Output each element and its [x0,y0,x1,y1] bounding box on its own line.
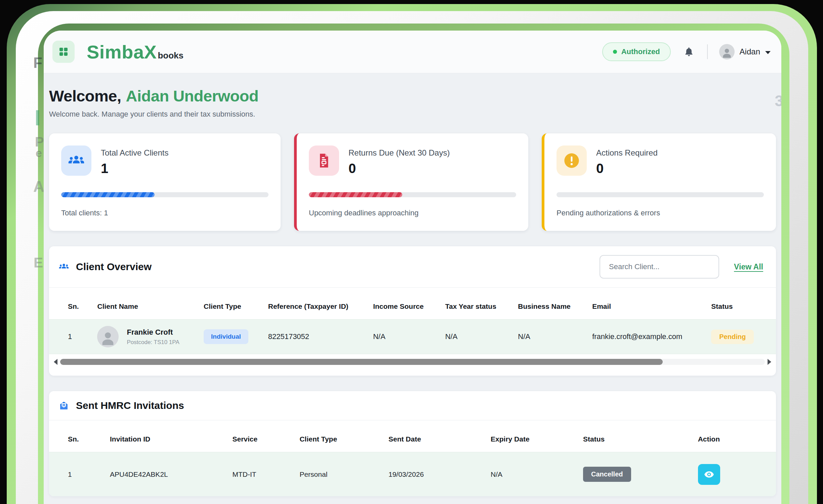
progress-fill [61,192,155,197]
stat-title: Returns Due (Next 30 Days) [348,148,450,158]
authorized-label: Authorized [621,47,660,56]
stat-value: 1 [101,161,168,176]
col-invitation-id: Invitation ID [110,435,233,443]
status-badge: Pending [711,330,754,344]
stat-value: 0 [596,161,658,176]
stat-card-text: Returns Due (Next 30 Days) 0 [348,145,450,176]
client-type-badge: Individual [204,329,248,344]
people-icon [58,261,69,272]
cell-client-type: Individual [204,329,268,344]
client-overview-header: Client Overview View All [49,246,776,288]
cell-client-type: Personal [299,470,388,478]
app-grid-icon[interactable] [52,41,75,63]
user-name: Aidan [740,47,760,56]
avatar [719,44,735,59]
progress-track [309,192,516,197]
logo-suffix: books [158,50,183,61]
authorized-status-badge: Authorized [602,42,671,61]
horizontal-scrollbar [51,358,774,366]
client-overview-title: Client Overview [76,261,152,272]
client-postcode: Postcode: TS10 1PA [127,339,179,346]
notifications-button[interactable] [682,45,696,58]
ghost-text: E [34,255,43,271]
view-all-link[interactable]: View All [734,262,763,271]
client-table-header: Sn. Client Name Client Type Reference (T… [49,288,776,319]
col-service: Service [232,435,299,443]
client-identity: Frankie Croft Postcode: TS10 1PA [127,328,179,346]
cell-business-name: N/A [518,332,592,341]
eye-icon [704,469,714,480]
stat-card-text: Actions Required 0 [596,145,658,176]
header-divider [707,44,708,59]
ghost-text: I [35,106,41,130]
white-frame: F I P e A E 3 SimbaX [16,11,808,504]
stat-card-top: Returns Due (Next 30 Days) 0 [309,145,516,176]
ghost-text: F [33,54,42,71]
cell-email: frankie.croft@example.com [592,332,711,341]
progress-track [557,192,764,197]
scroll-right-arrow-icon[interactable] [768,359,771,365]
col-client-type: Client Type [299,435,388,443]
col-tax-year-status: Tax Year status [445,302,518,310]
hmrc-invitations-header: Sent HMRC Invitations [49,391,776,420]
progress-fill [309,192,402,197]
user-menu[interactable]: Aidan [719,44,771,59]
stat-card-top: Actions Required 0 [557,145,764,176]
col-status: Status [711,302,768,310]
progress-track [61,192,269,197]
ghost-text: e [36,146,42,160]
people-icon [61,145,91,176]
stat-card-actions-required: Actions Required 0 Pending authorization… [542,133,776,231]
page-subtitle: Welcome back. Manage your clients and th… [49,110,776,119]
page-title: Welcome,Aidan Underwood [49,87,776,105]
col-client-name: Client Name [97,302,204,310]
app-logo: SimbaX books [87,41,183,63]
col-income-source: Income Source [373,302,445,310]
cell-sn: 1 [68,332,97,341]
scroll-left-arrow-icon[interactable] [54,359,57,365]
inner-green-frame: F I P e A E 3 SimbaX [38,24,789,504]
hmrc-invitations-title: Sent HMRC Invitations [76,400,184,411]
search-client-input[interactable] [600,255,719,279]
dashboard-page: Welcome,Aidan Underwood Welcome back. Ma… [44,73,781,496]
cell-sent-date: 19/03/2026 [388,470,491,478]
cell-expiry-date: N/A [491,470,583,478]
hmrc-invitations-section: Sent HMRC Invitations Sn. Invitation ID … [49,391,776,496]
status-dot-icon [613,50,617,54]
ghost-text: A [33,177,44,196]
chevron-down-icon [765,51,771,54]
cell-action [698,464,767,485]
invitations-table-header: Sn. Invitation ID Service Client Type Se… [49,420,776,452]
col-reference: Reference (Taxpayer ID) [268,302,373,310]
document-icon [309,145,339,176]
cell-client: Frankie Croft Postcode: TS10 1PA [97,326,204,347]
view-invitation-button[interactable] [698,464,720,485]
stat-caption: Upcoming deadlines approaching [309,209,516,217]
stat-card-total-clients: Total Active Clients 1 Total clients: 1 [49,133,281,231]
cell-status: Cancelled [583,467,698,482]
cell-tax-year-status: N/A [445,332,518,341]
stat-caption: Total clients: 1 [61,209,269,217]
envelope-open-icon [58,400,69,411]
scrollbar-thumb[interactable] [60,359,663,365]
client-name: Frankie Croft [127,328,179,337]
table-row[interactable]: 1 Frankie Croft Po [49,319,776,354]
header-actions: Authorized [602,42,771,61]
grid-icon [57,46,70,58]
scrollbar-track[interactable] [60,359,765,365]
col-business-name: Business Name [518,302,592,310]
table-row[interactable]: 1 APU4DE42ABK2L MTD-IT Personal 19/03/20… [49,452,776,496]
col-sn: Sn. [68,302,97,310]
stat-value: 0 [348,161,450,176]
app-window: 3 SimbaX books [44,31,781,504]
col-status: Status [583,435,698,443]
app-header: SimbaX books Authorized [44,31,781,73]
stat-card-returns-due: Returns Due (Next 30 Days) 0 Upcoming de… [294,133,528,231]
welcome-prefix: Welcome, [49,87,121,105]
col-sn: Sn. [68,435,110,443]
stat-card-top: Total Active Clients 1 [61,145,269,176]
status-badge: Cancelled [583,467,631,482]
person-icon [720,46,734,59]
col-email: Email [592,302,711,310]
cell-sn: 1 [68,470,110,478]
